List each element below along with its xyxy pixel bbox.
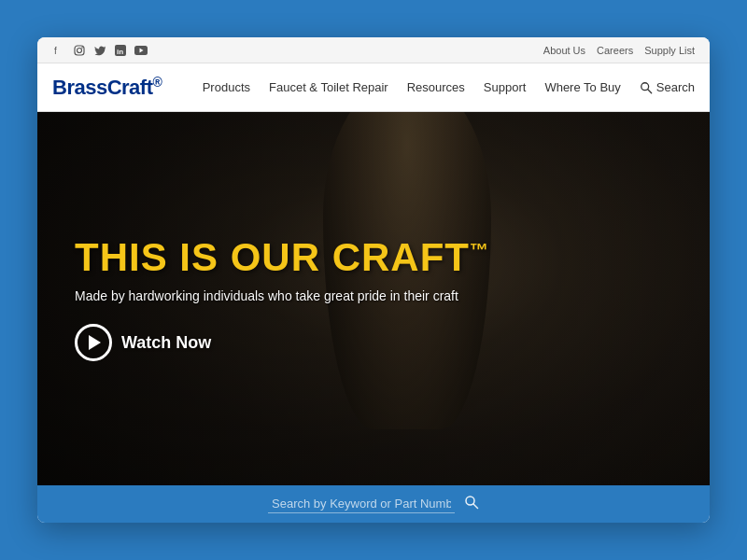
svg-text:in: in — [117, 48, 123, 56]
linkedin-icon[interactable]: in — [114, 44, 127, 57]
twitter-icon[interactable] — [93, 44, 106, 57]
play-triangle-icon — [89, 335, 101, 350]
nav-faucet[interactable]: Faucet & Toilet Repair — [269, 77, 388, 98]
main-nav: BrassCraft® Products Faucet & Toilet Rep… — [37, 63, 710, 112]
utility-links: About Us Careers Supply List — [543, 45, 695, 56]
nav-links: Products Faucet & Toilet Repair Resource… — [203, 77, 695, 98]
keyword-search-input[interactable] — [268, 495, 455, 513]
svg-text:f: f — [54, 46, 57, 55]
about-us-link[interactable]: About Us — [543, 45, 585, 56]
watch-now-button[interactable]: Watch Now — [75, 324, 211, 361]
hero-title: THIS IS OUR CRAFT™ — [75, 236, 489, 279]
careers-link[interactable]: Careers — [597, 45, 633, 56]
nav-where-to-buy[interactable]: Where To Buy — [544, 77, 620, 98]
svg-point-2 — [78, 48, 82, 52]
instagram-icon[interactable] — [73, 44, 86, 57]
search-icon — [640, 81, 653, 94]
bottom-search-icon[interactable] — [464, 495, 479, 513]
bottom-search-inner — [268, 495, 479, 513]
nav-resources[interactable]: Resources — [407, 77, 465, 98]
search-button[interactable]: Search — [640, 80, 695, 94]
nav-support[interactable]: Support — [484, 77, 527, 98]
brand-logo[interactable]: BrassCraft® — [52, 75, 162, 100]
svg-line-9 — [648, 89, 652, 92]
hero-section: THIS IS OUR CRAFT™ Made by hardworking i… — [37, 112, 710, 485]
bottom-search-bar — [37, 485, 710, 523]
facebook-icon[interactable]: f — [52, 44, 65, 57]
social-icons: f in — [52, 44, 148, 57]
nav-products[interactable]: Products — [203, 77, 250, 98]
supply-list-link[interactable]: Supply List — [644, 45, 695, 56]
youtube-icon[interactable] — [134, 44, 148, 57]
svg-line-11 — [473, 504, 478, 509]
play-circle-icon — [75, 324, 112, 361]
hero-content: THIS IS OUR CRAFT™ Made by hardworking i… — [75, 236, 489, 361]
utility-bar: f in — [37, 37, 710, 63]
browser-window: f in — [37, 37, 710, 523]
hero-subtitle: Made by hardworking individuals who take… — [75, 288, 489, 303]
svg-point-3 — [81, 47, 83, 49]
